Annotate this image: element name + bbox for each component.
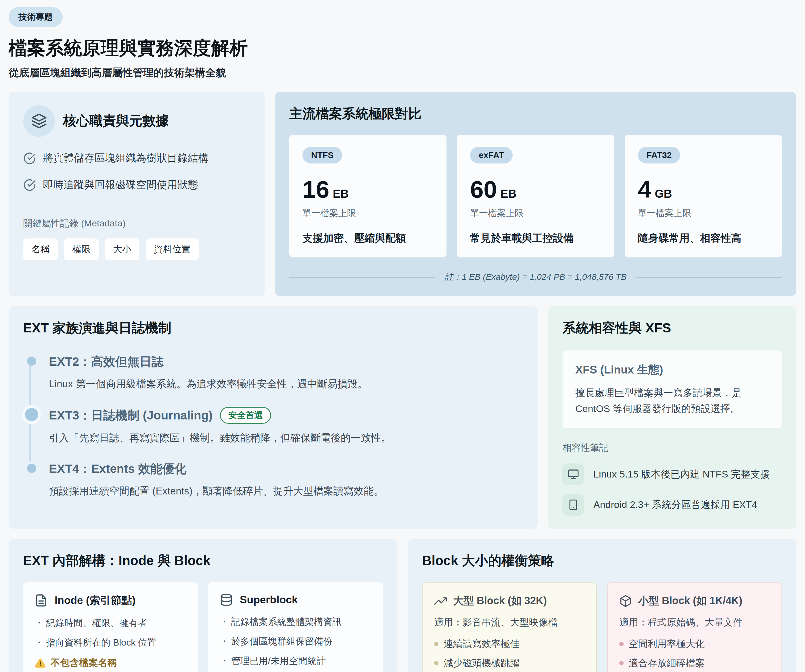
comparison-footnote: 註：1 EB (Exabyte) = 1,024 PB = 1,048,576 … bbox=[289, 271, 782, 283]
system-card-fat32: FAT32 4 GB 單一檔案上限 隨身碟常用、相容性高 bbox=[625, 135, 782, 257]
metadata-chip: 權限 bbox=[64, 238, 99, 260]
bullet-dot bbox=[434, 661, 439, 665]
rule-line bbox=[289, 277, 435, 277]
core-item: 將實體儲存區塊組織為樹狀目錄結構 bbox=[23, 151, 250, 165]
system-description: 支援加密、壓縮與配額 bbox=[302, 231, 433, 245]
core-item: 即時追蹤與回報磁碟空間使用狀態 bbox=[23, 178, 250, 192]
page-subtitle: 從底層區塊組織到高層屬性管理的技術架構全貌 bbox=[8, 66, 797, 80]
ext-evolution-card: EXT 家族演進與日誌機制 EXT2：高效但無日誌 Linux 第一個商用級檔案… bbox=[8, 306, 537, 529]
superblock-bullet: 於多個區塊群組保留備份 bbox=[220, 635, 371, 648]
bullet-dot bbox=[619, 642, 624, 646]
file-text-icon bbox=[34, 594, 48, 607]
comparison-title: 主流檔案系統極限對比 bbox=[289, 105, 782, 123]
ext-card-title: EXT 家族演進與日誌機制 bbox=[23, 319, 523, 337]
core-card-title: 核心職責與元數據 bbox=[63, 112, 169, 130]
check-circle-icon bbox=[23, 179, 36, 191]
small-block-fit: 適用：程式原始碼、大量文件 bbox=[619, 616, 770, 629]
limit-unit: GB bbox=[655, 187, 672, 200]
xfs-compatibility-card: 系統相容性與 XFS XFS (Linux 生態) 擅長處理巨型檔案與一寫多讀場… bbox=[548, 306, 797, 529]
xfs-heading: XFS (Linux 生態) bbox=[575, 362, 769, 377]
note-text: Linux 5.15 版本後已內建 NTFS 完整支援 bbox=[593, 468, 770, 481]
small-block-header: 小型 Block (如 1K/4K) bbox=[619, 594, 770, 608]
timeline-heading: EXT2：高效但無日誌 bbox=[49, 354, 164, 370]
superblock-bullet: 記錄檔案系統整體架構資訊 bbox=[220, 616, 371, 628]
small-block-point: 空間利用率極大化 bbox=[619, 638, 770, 651]
divider bbox=[23, 205, 250, 205]
ext-timeline: EXT2：高效但無日誌 Linux 第一個商用級檔案系統。為追求效率犧牲安全性，… bbox=[23, 354, 523, 498]
system-name-badge: exFAT bbox=[470, 147, 513, 164]
limit-number: 60 bbox=[470, 177, 497, 202]
page-header: 技術專題 檔案系統原理與實務深度解析 從底層區塊組織到高層屬性管理的技術架構全貌 bbox=[8, 7, 797, 80]
limit-label: 單一檔案上限 bbox=[638, 207, 769, 219]
metadata-chip: 資料位置 bbox=[146, 238, 199, 260]
rule-line bbox=[636, 277, 782, 277]
row-inode-block: EXT 內部解構：Inode 與 Block Inode (索引節點) 紀錄時間… bbox=[8, 539, 797, 672]
superblock-panel: Superblock 記錄檔案系統整體架構資訊 於多個區塊群組保留備份 管理已用… bbox=[208, 582, 383, 672]
timeline-item-header: EXT3：日誌機制 (Journaling) 安全首選 bbox=[49, 407, 523, 424]
package-icon bbox=[619, 595, 632, 607]
compatibility-note-android: Android 2.3+ 系統分區普遍採用 EXT4 bbox=[562, 494, 782, 516]
bullet-dot bbox=[434, 642, 439, 646]
inode-panel-title: Inode (索引節點) bbox=[54, 593, 136, 608]
limit-unit: EB bbox=[333, 187, 349, 200]
xfs-description: 擅長處理巨型檔案與一寫多讀場景，是 CentOS 等伺服器發行版的預設選擇。 bbox=[575, 385, 769, 416]
metadata-chip: 大小 bbox=[105, 238, 140, 260]
large-block-fit: 適用：影音串流、大型映像檔 bbox=[434, 616, 585, 629]
limit-number: 4 bbox=[638, 177, 652, 202]
inode-panel: Inode (索引節點) 紀錄時間、權限、擁有者 指向資料所在的 Block 位… bbox=[23, 582, 198, 672]
block-card-title: Block 大小的權衡策略 bbox=[422, 552, 782, 570]
inode-card-title: EXT 內部解構：Inode 與 Block bbox=[23, 552, 383, 570]
note-text: Android 2.3+ 系統分區普遍採用 EXT4 bbox=[593, 498, 757, 511]
timeline-dot bbox=[27, 464, 36, 473]
row-ext-xfs: EXT 家族演進與日誌機制 EXT2：高效但無日誌 Linux 第一個商用級檔案… bbox=[8, 306, 797, 529]
compatibility-note-linux: Linux 5.15 版本後已內建 NTFS 完整支援 bbox=[562, 464, 782, 485]
system-card-exfat: exFAT 60 EB 單一檔案上限 常見於車載與工控設備 bbox=[457, 135, 614, 257]
inode-warning: 不包含檔案名稱 bbox=[34, 657, 186, 669]
system-name-badge: FAT32 bbox=[638, 147, 680, 164]
block-size-card: Block 大小的權衡策略 大型 Block (如 32K) 適用：影音串流、大… bbox=[408, 539, 797, 672]
block-strategy-grid: 大型 Block (如 32K) 適用：影音串流、大型映像檔 連續讀寫效率極佳 … bbox=[422, 582, 782, 672]
system-description: 常見於車載與工控設備 bbox=[470, 231, 601, 245]
filesystem-comparison-card: 主流檔案系統極限對比 NTFS 16 EB 單一檔案上限 支援加密、壓縮與配額 … bbox=[275, 92, 797, 296]
system-card-ntfs: NTFS 16 EB 單一檔案上限 支援加密、壓縮與配額 bbox=[289, 135, 447, 257]
small-block-title: 小型 Block (如 1K/4K) bbox=[638, 594, 742, 608]
timeline-item-header: EXT4：Extents 效能優化 bbox=[49, 461, 523, 477]
check-circle-icon bbox=[23, 152, 36, 165]
timeline-description: 引入「先寫日誌、再寫實際區」機制。雖效能稍降，但確保斷電後的一致性。 bbox=[49, 431, 523, 445]
superblock-panel-title: Superblock bbox=[240, 594, 298, 606]
inode-superblock-grid: Inode (索引節點) 紀錄時間、權限、擁有者 指向資料所在的 Block 位… bbox=[23, 582, 383, 672]
limit-label: 單一檔案上限 bbox=[470, 207, 601, 219]
timeline-item-ext4: EXT4：Extents 效能優化 預設採用連續空間配置 (Extents)，顯… bbox=[25, 461, 523, 498]
system-name-badge: NTFS bbox=[302, 147, 342, 164]
core-responsibilities-card: 核心職責與元數據 將實體儲存區塊組織為樹狀目錄結構 即時追蹤與回報磁碟空間使用狀… bbox=[8, 92, 264, 296]
inode-block-card: EXT 內部解構：Inode 與 Block Inode (索引節點) 紀錄時間… bbox=[8, 539, 397, 672]
metadata-label: 關鍵屬性記錄 (Metadata) bbox=[23, 217, 250, 230]
limit-unit: EB bbox=[501, 187, 517, 200]
system-limit-value: 16 EB bbox=[302, 177, 433, 202]
bullet-dot bbox=[619, 661, 624, 665]
timeline-dot bbox=[27, 357, 36, 366]
large-block-point: 減少磁頭機械跳躍 bbox=[434, 657, 585, 670]
xfs-card-title: 系統相容性與 XFS bbox=[562, 319, 782, 337]
inode-panel-header: Inode (索引節點) bbox=[34, 593, 186, 608]
limit-number: 16 bbox=[302, 177, 329, 202]
timeline-description: 預設採用連續空間配置 (Extents)，顯著降低碎片、提升大型檔案讀寫效能。 bbox=[49, 484, 523, 498]
footnote-text: 註：1 EB (Exabyte) = 1,024 PB = 1,048,576 … bbox=[445, 271, 627, 283]
trending-up-icon bbox=[434, 595, 447, 607]
system-description: 隨身碟常用、相容性高 bbox=[638, 231, 769, 245]
superblock-bullet: 管理已用/未用空間統計 bbox=[220, 655, 371, 667]
timeline-item-ext3: EXT3：日誌機制 (Journaling) 安全首選 引入「先寫日誌、再寫實際… bbox=[25, 407, 523, 445]
timeline-heading: EXT4：Extents 效能優化 bbox=[49, 461, 186, 477]
timeline-item-ext2: EXT2：高效但無日誌 Linux 第一個商用級檔案系統。為追求效率犧牲安全性，… bbox=[25, 354, 523, 391]
monitor-icon bbox=[562, 464, 584, 485]
large-block-header: 大型 Block (如 32K) bbox=[434, 594, 585, 608]
layers-icon bbox=[23, 105, 55, 137]
core-item-text: 將實體儲存區塊組織為樹狀目錄結構 bbox=[43, 151, 209, 165]
system-limit-value: 4 GB bbox=[638, 177, 769, 202]
timeline-heading: EXT3：日誌機制 (Journaling) bbox=[49, 407, 212, 423]
metadata-chip: 名稱 bbox=[23, 238, 58, 260]
large-block-panel: 大型 Block (如 32K) 適用：影音串流、大型映像檔 連續讀寫效率極佳 … bbox=[422, 582, 597, 672]
large-block-point: 連續讀寫效率極佳 bbox=[434, 638, 585, 651]
small-block-panel: 小型 Block (如 1K/4K) 適用：程式原始碼、大量文件 空間利用率極大… bbox=[607, 582, 782, 672]
safety-badge: 安全首選 bbox=[220, 407, 271, 424]
